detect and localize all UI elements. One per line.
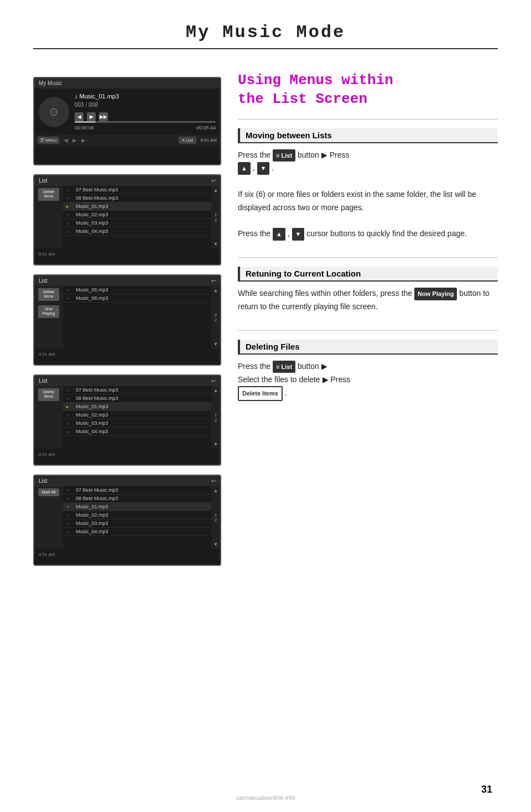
list4-items: ♪07 Best Music.mp3 ♪08 Best Music.mp3 ▸M… <box>63 386 211 449</box>
subsection-title-moving: Moving between Lists <box>238 128 498 143</box>
page-title-section: My Music Mode <box>33 0 498 49</box>
list-item[interactable]: ♪Music_04.mp3 <box>63 227 211 236</box>
page-indicator-3: 22 <box>215 313 217 322</box>
list-item[interactable]: ♪08 Best Music.mp3 <box>63 194 211 202</box>
scroll-bar-4: ▲ 12 ▼ <box>211 386 220 449</box>
list5-items: ♪07 Best Music.mp3 ♪08 Best Music.mp3 ✓M… <box>63 486 211 549</box>
screen1-body: ⊙ ♪ Music_01.mp3 003 / 008 ◀ ▶ ▶▶ 00:00:… <box>34 89 220 135</box>
control-buttons: ◀ ▶ ▶▶ <box>75 112 216 121</box>
scroll-bar: ▲ 12 ▼ <box>211 186 220 248</box>
list5-header: List ↩ <box>34 476 220 486</box>
down-btn-inline: ▼ <box>257 162 270 175</box>
list-btn-inline: ≡ List <box>273 149 295 162</box>
scroll-up[interactable]: ▲ <box>214 188 218 193</box>
list-item-active[interactable]: ▸Music_01.mp3 <box>63 202 211 211</box>
page-number: 31 <box>481 784 492 795</box>
subsection-text-retuning: While searching files within other folde… <box>238 287 498 314</box>
right-column: Using Menus withinthe List Screen Moving… <box>238 66 498 566</box>
page-indicator: 12 <box>215 212 217 222</box>
track-info: ♪ Music_01.mp3 003 / 008 ◀ ▶ ▶▶ 00:00:06… <box>75 93 216 131</box>
list-item[interactable]: ♪Music_06.mp3 <box>63 294 211 303</box>
page-indicator-4: 12 <box>215 413 217 423</box>
page-indicator-5: 12 <box>215 513 217 523</box>
prev-btn[interactable]: ◀ <box>75 112 84 121</box>
list3-footer-time: 8:51 AM <box>39 352 55 357</box>
section-heading: Using Menus withinthe List Screen <box>238 71 498 109</box>
screen-now-playing: My Music ⊙ ♪ Music_01.mp3 003 / 008 ◀ ▶ … <box>33 77 221 165</box>
up-btn-inline2: ▲ <box>273 228 285 241</box>
list-item[interactable]: ♪Music_02.mp3 <box>63 511 211 519</box>
list-item[interactable]: ♪Music_03.mp3 <box>63 519 211 528</box>
list-item-active[interactable]: ▸Music_01.mp3 <box>63 403 211 411</box>
back-icon[interactable]: ↩ <box>211 278 216 284</box>
mark-all-btn[interactable]: Mark All <box>38 488 59 496</box>
play-btn[interactable]: ▶ <box>87 112 96 121</box>
progress-bar <box>75 121 216 123</box>
list5-footer: 8:51 AM <box>34 549 220 560</box>
scroll-bar-3: ▲ 22 ▼ <box>211 286 220 348</box>
time-row: 00:00:06 00:05:44 <box>75 125 216 131</box>
list-item[interactable]: ♪Music_04.mp3 <box>63 528 211 536</box>
watermark: carmanualsonline.info <box>0 794 531 801</box>
list-item[interactable]: ♪07 Best Music.mp3 <box>63 386 211 394</box>
list5-title: List <box>39 478 48 484</box>
list-item[interactable]: ♪Music_02.mp3 <box>63 411 211 419</box>
main-content: My Music ⊙ ♪ Music_01.mp3 003 / 008 ◀ ▶ … <box>0 49 531 588</box>
list4-header: List ↩ <box>34 376 220 386</box>
list-item[interactable]: ♪Music_03.mp3 <box>63 219 211 227</box>
list-item[interactable]: ♪08 Best Music.mp3 <box>63 394 211 403</box>
scroll-down[interactable]: ▼ <box>214 542 218 547</box>
list2-footer: 8:51 AM <box>34 248 220 259</box>
subsection-text-moving: Press the ≡ List button ▶ Press ▲ , ▼ . … <box>238 149 498 241</box>
list4-footer-time: 8:51 AM <box>39 452 55 457</box>
next-btn[interactable]: ▶▶ <box>99 112 108 121</box>
subsection-text-deleting: Press the ≡ List button ▶ Select the fil… <box>238 360 498 401</box>
list4-body: DeleteItems ♪07 Best Music.mp3 ♪08 Best … <box>34 386 220 449</box>
list-item[interactable]: ♪Music_02.mp3 <box>63 211 211 219</box>
list-button[interactable]: ≡ List <box>179 137 196 144</box>
screen-list-2: List ↩ DeleteItems NowPlaying ♪Music_05.… <box>33 274 221 366</box>
list-item-active[interactable]: ✓Music_01.mp3 <box>63 503 211 511</box>
scroll-up[interactable]: ▲ <box>214 488 218 493</box>
track-name: ♪ Music_01.mp3 <box>75 93 216 100</box>
delete-items-btn-2[interactable]: DeleteItems <box>38 288 59 301</box>
list2-footer-time: 8:51 AM <box>39 252 55 257</box>
scroll-down[interactable]: ▼ <box>214 441 218 447</box>
track-number: 003 / 008 <box>75 102 216 108</box>
page-title: My Music Mode <box>33 22 498 43</box>
list2-items: ♪07 Best Music.mp3 ♪08 Best Music.mp3 ▸M… <box>63 186 211 248</box>
scroll-down[interactable]: ▼ <box>214 341 218 347</box>
scroll-down[interactable]: ▼ <box>214 241 218 247</box>
scroll-up[interactable]: ▲ <box>214 288 218 293</box>
subsection-title-retuning: Retuning to Current Location <box>238 267 498 282</box>
list-item[interactable]: ♪Music_05.mp3 <box>63 286 211 294</box>
list-item[interactable]: ♪Music_04.mp3 <box>63 428 211 436</box>
subsection-title-deleting: Deleting Files <box>238 340 498 355</box>
list5-body: Mark All ♪07 Best Music.mp3 ♪08 Best Mus… <box>34 486 220 549</box>
left-column: My Music ⊙ ♪ Music_01.mp3 003 / 008 ◀ ▶ … <box>33 66 221 566</box>
list2-body: DeleteItems ♪07 Best Music.mp3 ♪08 Best … <box>34 186 220 248</box>
progress-fill <box>75 121 96 123</box>
list-item[interactable]: ♪07 Best Music.mp3 <box>63 186 211 194</box>
list3-footer: 8:51 AM <box>34 348 220 360</box>
delete-items-btn-3[interactable]: DeleteItems <box>38 388 59 401</box>
screen-list-1: List ↩ DeleteItems ♪07 Best Music.mp3 ♪0… <box>33 174 221 266</box>
scroll-up[interactable]: ▲ <box>214 388 218 393</box>
list4-title: List <box>39 378 48 384</box>
back-icon[interactable]: ↩ <box>211 178 216 184</box>
list-item[interactable]: ♪Music_03.mp3 <box>63 419 211 428</box>
album-art: ⊙ <box>39 97 69 127</box>
back-icon[interactable]: ↩ <box>211 478 216 484</box>
list2-title: List <box>39 178 48 184</box>
screen1-header: My Music <box>34 78 220 89</box>
list-item[interactable]: ♪07 Best Music.mp3 <box>63 486 211 495</box>
delete-items-btn[interactable]: DeleteItems <box>38 188 59 201</box>
back-icon[interactable]: ↩ <box>211 378 216 384</box>
list-item[interactable]: ♪08 Best Music.mp3 <box>63 495 211 503</box>
menu-button[interactable]: ☰ Menu <box>38 137 59 144</box>
screen1-footer: ☰ Menu ◀ ▶ ▶ ≡ List 8:51 AM <box>34 135 220 145</box>
scroll-bar-5: ▲ 12 ▼ <box>211 486 220 549</box>
now-playing-btn[interactable]: NowPlaying <box>38 305 59 318</box>
time-total: 00:05:44 <box>196 125 216 131</box>
action-column-3: DeleteItems NowPlaying <box>34 286 63 348</box>
